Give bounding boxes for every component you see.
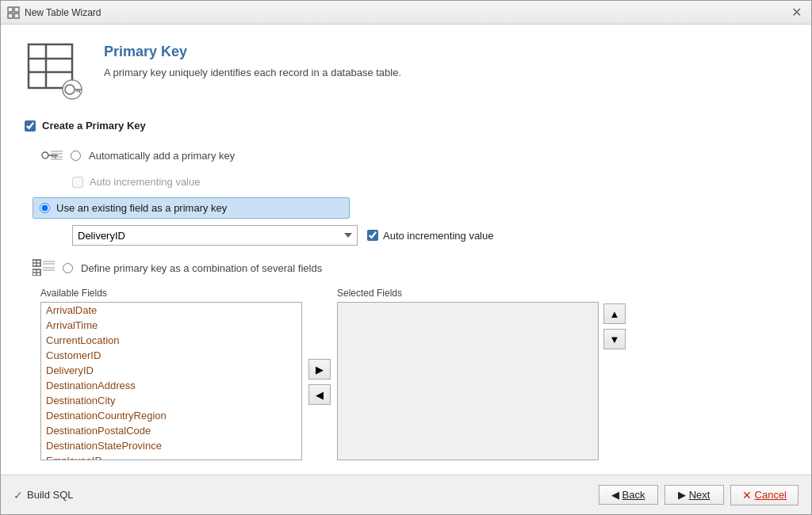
existing-field-option[interactable]: Use an existing field as a primary key <box>33 197 350 219</box>
move-right-button[interactable]: ▶ <box>308 359 331 380</box>
selected-fields-panel: Selected Fields <box>337 288 599 460</box>
header-text-block: Primary Key A primary key uniquely ident… <box>104 40 401 78</box>
move-down-button[interactable]: ▼ <box>603 329 626 349</box>
list-item[interactable]: DestinationPostalCode <box>41 423 301 438</box>
section-description: A primary key uniquely identifies each r… <box>104 67 401 78</box>
cancel-label: Cancel <box>755 489 787 501</box>
auto-inc-existing-checkbox[interactable] <box>367 230 378 241</box>
move-left-button[interactable]: ◀ <box>308 384 331 405</box>
selected-fields-label: Selected Fields <box>337 288 599 299</box>
auto-inc-existing-row: Auto incrementing value <box>367 230 493 242</box>
create-pk-row: Create a Primary Key <box>25 120 787 132</box>
define-pk-row: Define primary key as a combination of s… <box>33 258 787 278</box>
window-title: New Table Wizard <box>25 7 101 18</box>
cancel-x-icon: ✕ <box>742 489 752 502</box>
title-bar-left: New Table Wizard <box>7 6 101 19</box>
list-item[interactable]: EmployeeID <box>41 453 301 460</box>
svg-rect-0 <box>8 7 13 12</box>
existing-field-label[interactable]: Use an existing field as a primary key <box>56 202 227 214</box>
build-sql-button[interactable]: ✓ Build SQL <box>13 489 74 502</box>
svg-rect-3 <box>14 13 19 18</box>
svg-rect-2 <box>8 13 13 18</box>
key-lines-icon <box>40 147 63 163</box>
dropdown-row: DeliveryID ArrivalDate ArrivalTime Curre… <box>72 225 787 246</box>
list-item[interactable]: DeliveryID <box>41 363 301 378</box>
header-section: Primary Key A primary key uniquely ident… <box>25 40 787 104</box>
selected-fields-listbox[interactable] <box>337 302 599 460</box>
svg-rect-4 <box>29 44 72 88</box>
svg-rect-1 <box>14 7 19 12</box>
define-pk-radio[interactable] <box>63 263 73 273</box>
existing-field-radio[interactable] <box>40 203 50 213</box>
main-content: Primary Key A primary key uniquely ident… <box>1 25 811 475</box>
auto-inc-sub-row: Auto incrementing value <box>72 173 787 191</box>
list-item[interactable]: DestinationCity <box>41 393 301 408</box>
build-sql-icon: ✓ <box>13 489 23 502</box>
cancel-button[interactable]: ✕ Cancel <box>730 485 799 505</box>
next-button[interactable]: ▶ Next <box>665 485 724 505</box>
back-label: Back <box>622 489 645 501</box>
list-item[interactable]: DestinationCountryRegion <box>41 408 301 423</box>
move-up-button[interactable]: ▲ <box>603 303 626 324</box>
available-fields-label: Available Fields <box>40 288 302 299</box>
wizard-icon <box>25 40 88 104</box>
auto-inc-existing-label[interactable]: Auto incrementing value <box>383 230 493 242</box>
list-item[interactable]: ArrivalTime <box>41 318 301 333</box>
title-bar: New Table Wizard ✕ <box>1 1 811 25</box>
auto-add-radio[interactable] <box>71 151 81 161</box>
back-arrow-icon: ◀ <box>611 489 619 501</box>
build-sql-label: Build SQL <box>27 489 74 501</box>
footer-left: ✓ Build SQL <box>13 489 74 502</box>
define-pk-svg-icon <box>33 258 55 276</box>
list-item[interactable]: DestinationStateProvince <box>41 438 301 453</box>
auto-add-icon <box>40 147 63 163</box>
auto-add-label[interactable]: Automatically add a primary key <box>89 150 235 162</box>
back-button[interactable]: ◀ Back <box>599 485 658 505</box>
define-pk-label[interactable]: Define primary key as a combination of s… <box>81 262 322 274</box>
list-item[interactable]: ArrivalDate <box>41 303 301 318</box>
footer: ✓ Build SQL ◀ Back ▶ Next ✕ Cancel <box>1 475 811 514</box>
define-pk-icon <box>33 258 55 278</box>
window-icon <box>7 6 20 19</box>
window: New Table Wizard ✕ Primary Key <box>0 0 812 515</box>
auto-inc-sub-checkbox[interactable] <box>72 177 83 188</box>
close-button[interactable]: ✕ <box>788 6 805 19</box>
transfer-buttons: ▶ ◀ <box>302 303 337 460</box>
available-fields-panel: Available Fields ArrivalDateArrivalTimeC… <box>40 288 302 460</box>
next-label: Next <box>689 489 710 501</box>
footer-right: ◀ Back ▶ Next ✕ Cancel <box>599 485 799 505</box>
section-title: Primary Key <box>104 44 401 60</box>
list-item[interactable]: DestinationAddress <box>41 378 301 393</box>
svg-point-13 <box>42 152 48 158</box>
create-pk-checkbox[interactable] <box>25 120 36 132</box>
auto-add-option-row: Automatically add a primary key <box>25 144 787 166</box>
fields-container: Available Fields ArrivalDateArrivalTimeC… <box>40 288 787 460</box>
auto-inc-sub-label: Auto incrementing value <box>90 176 200 188</box>
create-pk-label[interactable]: Create a Primary Key <box>42 120 146 132</box>
list-item[interactable]: CustomerID <box>41 348 301 363</box>
order-buttons: ▲ ▼ <box>599 303 630 460</box>
list-item[interactable]: CurrentLocation <box>41 333 301 348</box>
next-arrow-icon: ▶ <box>678 489 686 501</box>
available-fields-listbox[interactable]: ArrivalDateArrivalTimeCurrentLocationCus… <box>40 302 302 460</box>
field-dropdown[interactable]: DeliveryID ArrivalDate ArrivalTime Curre… <box>72 225 358 246</box>
